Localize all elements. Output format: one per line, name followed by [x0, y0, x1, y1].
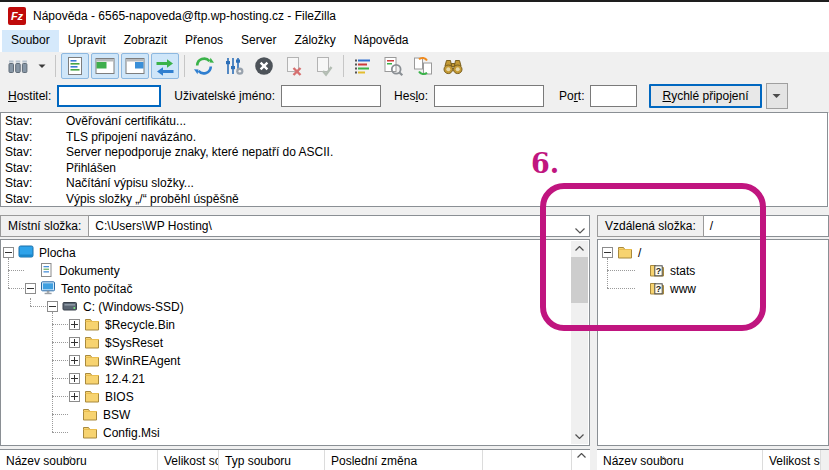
tree-item[interactable]: BIOS [1, 387, 589, 405]
log-status-label: Stav: [1, 176, 66, 192]
title-bar: Fz Nápověda - 6565-napoveda@ftp.wp-hosti… [0, 2, 829, 30]
tree-guide-line [8, 258, 9, 288]
tree-item-label: www [670, 281, 696, 296]
filter-icon[interactable] [349, 53, 377, 79]
compare-icon[interactable] [379, 53, 407, 79]
svg-text:?: ? [656, 266, 662, 276]
tree-item-label: $SysReset [105, 335, 163, 350]
menu-item-6[interactable]: Nápověda [345, 30, 418, 52]
remote-panel: Vzdálená složka: / /?stats?www Název sou… [597, 213, 829, 470]
collapse-minus-icon[interactable] [47, 301, 58, 312]
documents-icon [38, 263, 55, 277]
tree-item-label: 12.4.21 [105, 371, 145, 386]
tree-guide-line [52, 432, 68, 433]
tree-item-label: Tento počítač [61, 281, 132, 296]
log-row: Stav:Výpis složky „/“ proběhl úspěšně [1, 192, 827, 207]
username-label: Uživatelské jméno: [174, 89, 275, 103]
svg-text:?: ? [656, 284, 662, 294]
tree-item[interactable]: Dokumenty [1, 261, 589, 279]
expand-plus-icon[interactable] [69, 337, 80, 348]
folder-icon [617, 245, 634, 259]
log-status-message: Přihlášen [66, 161, 116, 175]
tree-item[interactable]: $Recycle.Bin [1, 315, 589, 333]
toggle-local-tree-icon[interactable] [91, 53, 119, 79]
menu-bar: SouborUpravitZobrazitPřenosServerZáložky… [0, 30, 829, 52]
column-header-label: Název souboru [603, 454, 684, 468]
tree-guide-line [52, 378, 68, 379]
find-files-icon[interactable] [439, 53, 467, 79]
collapse-minus-icon[interactable] [3, 247, 14, 258]
password-input[interactable] [434, 85, 544, 107]
menu-item-2[interactable]: Zobrazit [115, 30, 176, 52]
log-row: Stav:Přihlášen [1, 161, 827, 177]
collapse-minus-icon[interactable] [602, 247, 613, 258]
log-row: Stav:Ověřování certifikátu... [1, 114, 827, 130]
menu-item-0[interactable]: Soubor [2, 30, 59, 52]
folder-question-icon: ? [649, 281, 666, 295]
site-manager-icon[interactable] [4, 53, 32, 79]
sync-browsing-icon[interactable] [409, 53, 437, 79]
tree-item-label: / [638, 245, 641, 260]
reconnect-icon[interactable] [310, 53, 338, 79]
process-queue-icon[interactable] [220, 53, 248, 79]
tree-item-label: $Recycle.Bin [105, 317, 175, 332]
log-status-label: Stav: [1, 114, 66, 130]
log-status-label: Stav: [1, 161, 66, 177]
column-header[interactable]: Název souboru [0, 450, 158, 470]
scroll-up-icon[interactable] [572, 450, 590, 470]
chevron-down-icon[interactable] [575, 223, 585, 237]
menu-item-5[interactable]: Záložky [285, 30, 344, 52]
column-header-empty[interactable] [483, 450, 572, 470]
expand-plus-icon[interactable] [69, 319, 80, 330]
disconnect-icon[interactable] [280, 53, 308, 79]
folder-icon [84, 389, 101, 403]
username-input[interactable] [281, 85, 381, 107]
menu-item-3[interactable]: Přenos [176, 30, 232, 52]
folder-question-icon: ? [649, 263, 666, 277]
tree-item[interactable]: / [598, 243, 828, 261]
host-input[interactable] [57, 85, 161, 107]
local-folder-combobox[interactable]: C:\Users\WP Hosting\ [89, 215, 590, 237]
folder-icon [82, 425, 99, 439]
tree-guide-line [607, 258, 608, 288]
tree-item[interactable]: $WinREAgent [1, 351, 589, 369]
menu-item-4[interactable]: Server [232, 30, 285, 52]
quickconnect-dropdown-icon[interactable] [766, 83, 788, 109]
tree-item-label: BSW [103, 407, 130, 422]
site-manager-dropdown-icon[interactable] [34, 53, 50, 79]
tree-item[interactable]: 12.4.21 [1, 369, 589, 387]
expand-plus-icon[interactable] [69, 355, 80, 366]
column-header[interactable]: Název souboru [597, 450, 763, 470]
expand-plus-icon[interactable] [69, 373, 80, 384]
cancel-icon[interactable] [250, 53, 278, 79]
column-header[interactable]: Poslední změna [325, 450, 483, 470]
port-input[interactable] [590, 85, 637, 107]
tree-item[interactable]: Plocha [1, 243, 589, 261]
log-status-label: Stav: [1, 192, 66, 207]
toggle-remote-tree-icon[interactable] [121, 53, 149, 79]
column-header[interactable]: Velikost s... [763, 450, 821, 470]
list-scrollbar[interactable] [821, 450, 829, 470]
refresh-icon[interactable] [190, 53, 218, 79]
log-row: Stav:Server nepodporuje znaky, které nep… [1, 145, 827, 161]
splitter-vertical[interactable] [590, 213, 597, 470]
toggle-queue-icon[interactable] [151, 53, 179, 79]
desktop-icon [18, 245, 35, 259]
tree-item[interactable]: $SysReset [1, 333, 589, 351]
toggle-log-icon[interactable] [61, 53, 89, 79]
tree-item[interactable]: BSW [1, 405, 589, 423]
tree-item-label: $WinREAgent [105, 353, 180, 368]
tree-item[interactable]: Config.Msi [1, 423, 589, 441]
collapse-minus-icon[interactable] [25, 283, 36, 294]
tree-item-label: Plocha [39, 245, 76, 260]
tree-item[interactable]: Tento počítač [1, 279, 589, 297]
local-panel: Místní složka: C:\Users\WP Hosting\ Ploc… [0, 213, 590, 470]
menu-item-1[interactable]: Upravit [59, 30, 115, 52]
quickconnect-button[interactable]: Rychlé připojení [649, 84, 761, 108]
remote-folder-combobox[interactable]: / [704, 215, 829, 237]
tree-item[interactable]: C: (Windows-SSD) [1, 297, 589, 315]
column-header[interactable]: Typ souboru [219, 450, 325, 470]
tree-guide-line [30, 298, 31, 306]
expand-plus-icon[interactable] [69, 391, 80, 402]
column-header[interactable]: Velikost so... [158, 450, 219, 470]
